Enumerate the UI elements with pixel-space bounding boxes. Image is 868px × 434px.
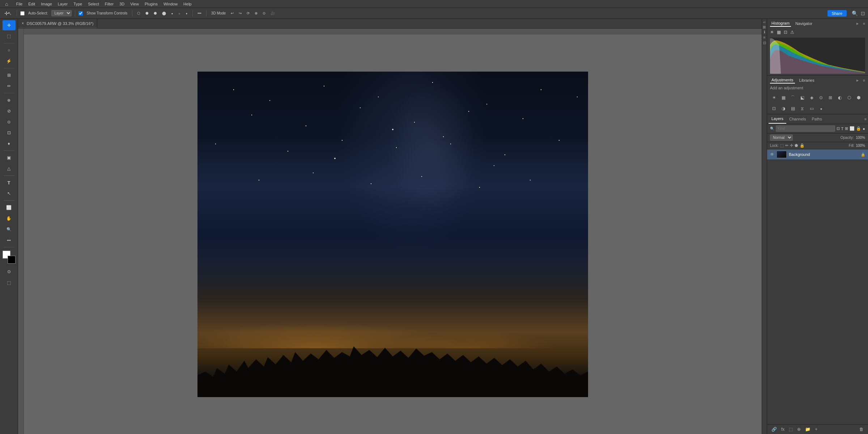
auto-select-checkbox[interactable]	[20, 11, 25, 16]
menu-file[interactable]: File	[16, 2, 22, 6]
tool-pen[interactable]: △	[3, 163, 16, 174]
paths-tab[interactable]: Paths	[809, 115, 825, 123]
quick-mask-btn[interactable]: ⊙	[3, 267, 16, 277]
libraries-tab[interactable]: Libraries	[798, 77, 816, 83]
align-right-btn[interactable]: ⬣	[152, 10, 158, 16]
filter-type-icon[interactable]: ⊡	[837, 126, 840, 131]
tool-eraser[interactable]: ♦	[3, 139, 16, 149]
tool-heal[interactable]: ⊕	[3, 95, 16, 105]
filter-adjustment-icon[interactable]: T	[841, 127, 844, 131]
menu-type[interactable]: Type	[73, 2, 82, 6]
add-style-btn[interactable]: fx	[780, 426, 786, 433]
tool-marquee[interactable]: ⬚	[3, 31, 16, 41]
move-tool-icon[interactable]: ✛ ↖	[3, 10, 13, 17]
threshold-adj-btn[interactable]: ⧖	[798, 105, 806, 112]
menu-plugins[interactable]: Plugins	[145, 2, 158, 6]
tool-zoom[interactable]: 🔍	[3, 224, 16, 234]
align-top-btn[interactable]: ⬤	[161, 10, 167, 16]
adjustments-tab[interactable]: Adjustments	[770, 77, 795, 84]
search-top-icon[interactable]: 🔍	[852, 10, 858, 16]
pan-3d-btn[interactable]: ⊕	[253, 10, 259, 16]
canvas-tab[interactable]: × DSC00579.ARW @ 33.3% (RGB/16*)	[18, 19, 97, 28]
transform-controls-checkbox[interactable]	[78, 11, 83, 16]
canvas-image[interactable]	[197, 72, 588, 397]
background-color[interactable]	[8, 256, 16, 264]
lock-all-btn[interactable]: 🔒	[800, 143, 805, 148]
filter-text-icon[interactable]: ⊞	[845, 126, 848, 131]
histogram-panel-arrow[interactable]: ▶	[856, 22, 859, 25]
brightness-adj-btn[interactable]: ☀	[770, 94, 778, 102]
histogram-warning-icon[interactable]: ⚠	[790, 30, 794, 35]
tool-shape[interactable]: ⬜	[3, 203, 16, 213]
add-adjustment-btn[interactable]: ⊕	[796, 426, 802, 433]
distribute-btn[interactable]: ⬧	[184, 10, 189, 16]
layers-tab[interactable]: Layers	[769, 114, 786, 124]
tool-eyedropper[interactable]: ✏	[3, 81, 16, 91]
menu-3d[interactable]: 3D	[119, 2, 124, 6]
lock-image-btn[interactable]: ✏	[785, 143, 788, 148]
menu-view[interactable]: View	[130, 2, 139, 6]
layers-icon[interactable]: ⊞	[762, 26, 766, 29]
filter-toggle-btn[interactable]: ●	[863, 127, 865, 131]
curves-adj-btn[interactable]: ⌒	[789, 94, 797, 102]
canvas-content[interactable]	[24, 34, 762, 434]
home-button[interactable]: ⌂	[3, 1, 10, 7]
image-container[interactable]	[197, 72, 588, 397]
share-button[interactable]: Share	[827, 10, 847, 17]
scale-3d-btn[interactable]: 🎥	[269, 10, 276, 16]
posterize-adj-btn[interactable]: ▤	[789, 105, 797, 112]
tool-text[interactable]: T	[3, 178, 16, 188]
change-screen-btn[interactable]: ⬚	[3, 278, 16, 288]
add-layer-btn[interactable]: +	[813, 426, 819, 433]
tool-direct-select[interactable]: ↖	[3, 188, 16, 199]
undo-btn[interactable]: ↩	[229, 10, 235, 16]
channel-icon[interactable]: ☀	[770, 30, 774, 35]
align-center-btn[interactable]: ⬢	[144, 10, 150, 16]
add-link-btn[interactable]: 🔗	[770, 426, 778, 433]
gradient-map-adj-btn[interactable]: ▭	[808, 105, 816, 112]
layer-item-background[interactable]: 👁 Background 🔒	[767, 149, 868, 160]
vibrance-adj-btn[interactable]: ◈	[808, 94, 816, 102]
collapse-panels-btn[interactable]: ‹‹	[763, 20, 766, 24]
menu-help[interactable]: Help	[183, 2, 192, 6]
color-balance-adj-btn[interactable]: ⊞	[826, 94, 834, 102]
filter-shape-icon[interactable]: ⬜	[850, 126, 855, 131]
delete-layer-btn[interactable]: 🗑	[858, 426, 865, 433]
libraries-icon[interactable]: ⊡	[763, 41, 766, 45]
menu-layer[interactable]: Layer	[58, 2, 68, 6]
histogram-tab[interactable]: Histogram	[770, 20, 791, 27]
blend-mode-select[interactable]: Normal Multiply Screen Overlay	[770, 135, 793, 141]
bw-adj-btn[interactable]: ◐	[836, 94, 844, 102]
levels-adj-btn[interactable]: ▦	[779, 94, 787, 102]
roll-3d-btn[interactable]: ⊙	[261, 10, 267, 16]
menu-select[interactable]: Select	[88, 2, 99, 6]
adjustments-panel-arrow[interactable]: ▶	[856, 79, 859, 82]
align-bottom-btn[interactable]: ⬦	[177, 10, 182, 16]
tool-clone[interactable]: ⊙	[3, 117, 16, 127]
align-left-btn[interactable]: ⬡	[136, 10, 142, 16]
tool-history-brush[interactable]: ⊡	[3, 128, 16, 138]
navigator-tab[interactable]: Navigator	[794, 21, 814, 26]
redo-btn[interactable]: ↪	[237, 10, 243, 16]
invert-adj-btn[interactable]: ◑	[779, 105, 787, 112]
adjustments-icon[interactable]: ≡	[763, 35, 766, 39]
add-group-btn[interactable]: 📁	[804, 426, 812, 433]
filter-smart-obj-icon[interactable]: 🔒	[856, 126, 861, 131]
hue-adj-btn[interactable]: ⊙	[817, 94, 825, 102]
properties-icon[interactable]: ℹ	[764, 30, 765, 34]
tool-magic-wand[interactable]: ⚡	[3, 56, 16, 66]
tool-gradient[interactable]: ▣	[3, 153, 16, 163]
lock-transparent-btn[interactable]: ⬚	[780, 143, 784, 148]
tool-move[interactable]: ✛	[3, 20, 16, 30]
more-options-btn[interactable]: •••	[196, 10, 203, 16]
menu-edit[interactable]: Edit	[28, 2, 35, 6]
selective-color-adj-btn[interactable]: ⬥	[817, 105, 825, 112]
lock-artboard-btn[interactable]: ⬟	[795, 143, 798, 148]
channel-mixer-adj-btn[interactable]: ⬢	[855, 94, 863, 102]
tool-crop[interactable]: ⊞	[3, 70, 16, 80]
color-swatches[interactable]	[3, 251, 16, 264]
tool-lasso[interactable]: ○	[3, 45, 16, 55]
curves-icon[interactable]: ⊡	[784, 30, 787, 35]
tool-brush[interactable]: ⊘	[3, 106, 16, 116]
menu-window[interactable]: Window	[163, 2, 178, 6]
